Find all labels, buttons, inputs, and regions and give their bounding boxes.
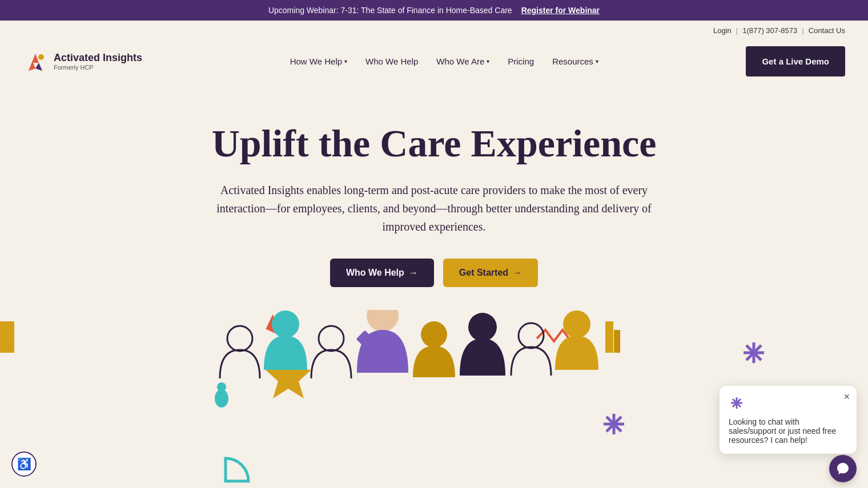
- chevron-down-icon-2: ▾: [487, 58, 489, 64]
- nav-pricing[interactable]: Pricing: [500, 52, 542, 71]
- hero-title: Uplift the Care Experience: [23, 122, 845, 165]
- svg-marker-1: [35, 63, 42, 71]
- navbar: Activated Insights Formerly HCP How We H…: [0, 41, 868, 88]
- accessibility-icon: ♿: [17, 457, 31, 471]
- svg-point-19: [227, 326, 252, 351]
- banner-text: Upcoming Webinar: 7-31: The State of Fin…: [268, 6, 512, 15]
- svg-point-20: [272, 310, 299, 338]
- chevron-down-icon-3: ▾: [596, 58, 598, 64]
- who-we-help-button[interactable]: Who We Help →: [330, 259, 434, 287]
- nav-who-we-help[interactable]: Who We Help: [357, 52, 426, 71]
- svg-point-22: [367, 310, 399, 332]
- svg-point-13: [215, 389, 228, 408]
- logo[interactable]: Activated Insights Formerly HCP: [23, 49, 142, 74]
- sep1: |: [736, 26, 738, 35]
- sep2: |: [802, 26, 803, 35]
- utility-bar: Login | 1(877) 307-8573 | Contact Us: [0, 21, 868, 41]
- nav-who-we-are[interactable]: Who We Are ▾: [428, 52, 497, 71]
- svg-rect-7: [605, 321, 613, 353]
- hero-section: Uplift the Care Experience Activated Ins…: [0, 88, 868, 287]
- chat-message: Looking to chat with sales/support or ju…: [729, 417, 847, 445]
- top-banner: Upcoming Webinar: 7-31: The State of Fin…: [0, 0, 868, 21]
- chevron-down-icon: ▾: [344, 58, 347, 64]
- logo-sub: Formerly HCP: [54, 64, 142, 71]
- chat-icon: [836, 462, 850, 475]
- logo-main: Activated Insights: [54, 52, 142, 64]
- demo-button[interactable]: Get a Live Demo: [746, 46, 845, 76]
- chat-close-button[interactable]: ×: [843, 392, 850, 402]
- get-started-button[interactable]: Get Started →: [443, 259, 538, 287]
- phone-link[interactable]: 1(877) 307-8573: [742, 26, 797, 35]
- svg-point-2: [38, 54, 44, 60]
- svg-rect-8: [614, 330, 620, 353]
- svg-rect-6: [0, 321, 14, 353]
- nav-resources[interactable]: Resources ▾: [544, 52, 606, 71]
- hero-subtitle: Activated Insights enables long-term and…: [211, 181, 657, 236]
- login-link[interactable]: Login: [713, 26, 732, 35]
- accessibility-button[interactable]: ♿: [11, 451, 37, 477]
- banner-cta[interactable]: Register for Webinar: [521, 6, 600, 15]
- chat-bubble-button[interactable]: [829, 455, 857, 482]
- chat-widget: × Looking to chat with sales/support or …: [720, 386, 857, 454]
- contact-link[interactable]: Contact Us: [809, 26, 845, 35]
- logo-text: Activated Insights Formerly HCP: [54, 52, 142, 71]
- hero-buttons: Who We Help → Get Started →: [23, 259, 845, 287]
- svg-point-23: [421, 321, 447, 348]
- chat-logo-icon: [729, 395, 745, 411]
- svg-point-26: [563, 310, 590, 338]
- svg-point-21: [319, 326, 344, 351]
- svg-point-24: [468, 313, 497, 341]
- nav-links: How We Help ▾ Who We Help Who We Are ▾ P…: [282, 52, 606, 71]
- logo-icon: [23, 49, 48, 74]
- svg-point-14: [217, 382, 226, 392]
- nav-how-we-help[interactable]: How We Help ▾: [282, 52, 355, 71]
